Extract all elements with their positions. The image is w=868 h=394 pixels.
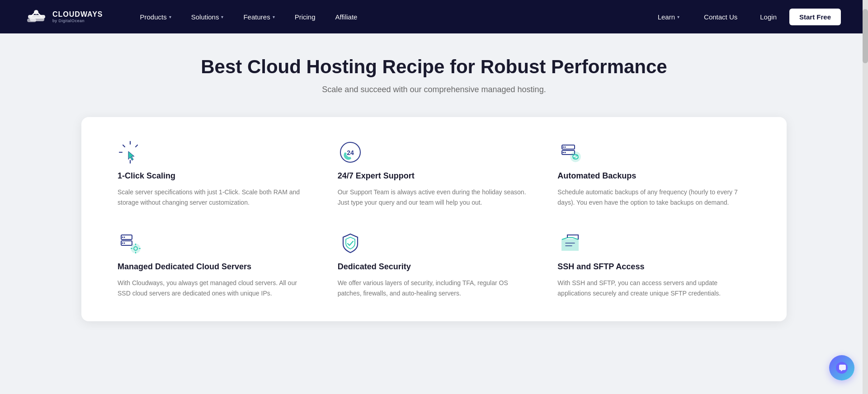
logo[interactable]: CLOUDWAYS by DigitalOcean <box>27 9 103 25</box>
svg-rect-2 <box>27 19 36 22</box>
click-icon <box>118 140 143 165</box>
feature-title: SSH and SFTP Access <box>557 262 750 272</box>
nav-solutions[interactable]: Solutions ▾ <box>181 0 234 33</box>
feature-dedicated-servers: Managed Dedicated Cloud Servers With Clo… <box>118 230 311 299</box>
feature-desc: Our Support Team is always active even d… <box>338 187 531 208</box>
feature-ssh-sftp: SSH and SFTP Access With SSH and SFTP, y… <box>557 230 750 299</box>
svg-text:24: 24 <box>347 149 354 156</box>
features-card: 1-Click Scaling Scale server specificati… <box>81 117 787 321</box>
svg-point-3 <box>34 10 38 14</box>
svg-point-12 <box>563 146 564 148</box>
hero-title: Best Cloud Hosting Recipe for Robust Per… <box>9 56 859 78</box>
feature-desc: With Cloudways, you always get managed c… <box>118 278 311 299</box>
feature-dedicated-security: Dedicated Security We offer various laye… <box>338 230 531 299</box>
svg-point-19 <box>122 237 123 238</box>
features-grid: 1-Click Scaling Scale server specificati… <box>118 140 750 299</box>
nav-contact[interactable]: Contact Us <box>694 0 747 33</box>
svg-point-22 <box>122 243 123 244</box>
feature-title: 1-Click Scaling <box>118 171 311 181</box>
chevron-icon: ▾ <box>169 14 171 19</box>
feature-desc: With SSH and SFTP, you can access server… <box>557 278 750 299</box>
svg-point-15 <box>563 152 564 153</box>
ssh-icon <box>557 230 583 256</box>
nav-pricing[interactable]: Pricing <box>285 0 326 33</box>
server-icon <box>118 230 143 256</box>
feature-click-scaling: 1-Click Scaling Scale server specificati… <box>118 140 311 208</box>
svg-point-16 <box>565 152 566 153</box>
feature-desc: Schedule automatic backups of any freque… <box>557 187 750 208</box>
svg-point-13 <box>565 146 566 148</box>
feature-title: Automated Backups <box>557 171 750 181</box>
start-free-button[interactable]: Start Free <box>789 9 841 25</box>
nav-learn[interactable]: Learn ▾ <box>648 0 689 33</box>
logo-icon <box>27 9 48 25</box>
feature-desc: We offer various layers of security, inc… <box>338 278 531 299</box>
hero-subtitle: Scale and succeed with our comprehensive… <box>9 85 859 94</box>
feature-expert-support: 24 24/7 Expert Support Our Support Team … <box>338 140 531 208</box>
navbar: CLOUDWAYS by DigitalOcean Products ▾ Sol… <box>0 0 868 33</box>
feature-automated-backups: Automated Backups Schedule automatic bac… <box>557 140 750 208</box>
backup-icon <box>557 140 583 165</box>
feature-title: Managed Dedicated Cloud Servers <box>118 262 311 272</box>
support-icon: 24 <box>338 140 363 165</box>
nav-affiliate[interactable]: Affiliate <box>326 0 368 33</box>
scrollbar[interactable] <box>863 0 868 330</box>
chevron-icon: ▾ <box>221 14 223 19</box>
nav-links: Products ▾ Solutions ▾ Features ▾ Pricin… <box>130 0 648 33</box>
logo-text: CLOUDWAYS by DigitalOcean <box>52 10 103 23</box>
logo-subtitle: by DigitalOcean <box>52 19 103 23</box>
hero-section: Best Cloud Hosting Recipe for Robust Per… <box>0 33 868 108</box>
logo-title: CLOUDWAYS <box>52 10 103 19</box>
nav-features[interactable]: Features ▾ <box>233 0 284 33</box>
nav-login[interactable]: Login <box>752 13 785 21</box>
feature-desc: Scale server specifications with just 1-… <box>118 187 311 208</box>
nav-right: Learn ▾ Contact Us Login Start Free <box>648 0 841 33</box>
feature-title: Dedicated Security <box>338 262 531 272</box>
svg-point-20 <box>124 237 125 238</box>
chevron-icon: ▾ <box>273 14 275 19</box>
svg-line-8 <box>136 145 137 147</box>
svg-line-7 <box>123 145 125 147</box>
feature-title: 24/7 Expert Support <box>338 171 531 181</box>
svg-point-23 <box>124 243 125 244</box>
nav-products[interactable]: Products ▾ <box>130 0 181 33</box>
chevron-icon: ▾ <box>677 14 679 19</box>
security-icon <box>338 230 363 256</box>
svg-point-17 <box>571 152 580 162</box>
scrollbar-thumb[interactable] <box>863 9 868 63</box>
